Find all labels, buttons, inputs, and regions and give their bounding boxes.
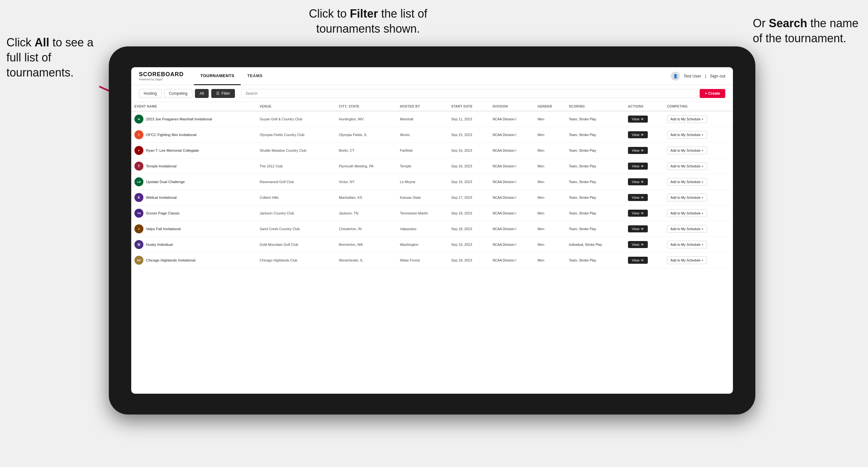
cell-hosted-by: Illinois (397, 127, 448, 143)
table-row: F Ryan T. Lee Memorial Collegiate Shuttl… (131, 143, 733, 158)
tab-all[interactable]: All (195, 89, 209, 98)
view-button[interactable]: View 👁 (628, 257, 648, 264)
cell-start-date: Sep 11, 2023 (448, 111, 489, 127)
team-logo: I (134, 130, 144, 139)
eye-icon: 👁 (641, 227, 644, 231)
col-venue: VENUE (256, 102, 336, 111)
cell-venue: Ravenwood Golf Club (256, 174, 336, 190)
eye-icon: 👁 (641, 196, 644, 199)
cell-actions: View 👁 (625, 221, 664, 237)
cell-scoring: Team, Stroke Play (565, 221, 625, 237)
cell-city-state: Chesterton, IN (336, 221, 397, 237)
annotation-left: Click All to see a full list of tourname… (6, 35, 96, 80)
cell-start-date: Sep 18, 2023 (448, 221, 489, 237)
add-to-schedule-button[interactable]: Add to My Schedule + (667, 162, 707, 170)
nav-tab-tournaments[interactable]: TOURNAMENTS (194, 67, 241, 85)
eye-icon: 👁 (641, 180, 644, 184)
cell-venue: Gold Mountain Golf Club (256, 237, 336, 253)
cell-event-name: WF Chicago Highlands Invitational (131, 253, 256, 268)
add-to-schedule-button[interactable]: Add to My Schedule + (667, 225, 707, 233)
event-name-text: Ryan T. Lee Memorial Collegiate (146, 149, 199, 152)
view-button[interactable]: View 👁 (628, 147, 648, 154)
view-button[interactable]: View 👁 (628, 163, 648, 169)
add-to-schedule-button[interactable]: Add to My Schedule + (667, 131, 707, 138)
cell-venue: Guyan Golf & Country Club (256, 111, 336, 127)
cell-event-name: W Husky Individual (131, 237, 256, 253)
filter-button[interactable]: ☰ Filter (211, 89, 235, 98)
view-button[interactable]: View 👁 (628, 241, 648, 248)
cell-start-date: Sep 17, 2023 (448, 190, 489, 206)
add-to-schedule-button[interactable]: Add to My Schedule + (667, 256, 707, 264)
event-name-text: 2023 Joe Feaganes Marshall Invitational (146, 117, 212, 121)
cell-competing: Add to My Schedule + (664, 158, 733, 174)
col-division: DIVISION (489, 102, 534, 111)
cell-division: NCAA Division I (489, 237, 534, 253)
cell-actions: View 👁 (625, 206, 664, 221)
cell-gender: Men (534, 143, 565, 158)
table-row: M 2023 Joe Feaganes Marshall Invitationa… (131, 111, 733, 127)
cell-scoring: Team, Stroke Play (565, 143, 625, 158)
app-header: SCOREBOARD Powered by clippd TOURNAMENTS… (131, 67, 733, 85)
view-button[interactable]: View 👁 (628, 116, 648, 123)
cell-start-date: Sep 18, 2023 (448, 237, 489, 253)
view-button[interactable]: View 👁 (628, 225, 648, 232)
tab-hosting[interactable]: Hosting (139, 89, 162, 98)
eye-icon: 👁 (641, 149, 644, 152)
team-logo: WF (134, 256, 144, 265)
add-to-schedule-button[interactable]: Add to My Schedule + (667, 147, 707, 154)
tournaments-table: EVENT NAME VENUE CITY, STATE HOSTED BY S… (131, 102, 733, 268)
add-to-schedule-button[interactable]: Add to My Schedule + (667, 178, 707, 186)
cell-event-name: F Ryan T. Lee Memorial Collegiate (131, 143, 256, 158)
cell-gender: Men (534, 253, 565, 268)
cell-division: NCAA Division I (489, 143, 534, 158)
eye-icon: 👁 (641, 164, 644, 168)
toolbar: Hosting Competing All ☰ Filter + Create (131, 85, 733, 102)
col-city-state: CITY, STATE (336, 102, 397, 111)
view-button[interactable]: View 👁 (628, 178, 648, 185)
eye-icon: 👁 (641, 243, 644, 246)
event-name-text: Chicago Highlands Invitational (146, 258, 195, 262)
add-to-schedule-button[interactable]: Add to My Schedule + (667, 194, 707, 201)
cell-actions: View 👁 (625, 127, 664, 143)
cell-actions: View 👁 (625, 237, 664, 253)
cell-competing: Add to My Schedule + (664, 190, 733, 206)
view-button[interactable]: View 👁 (628, 210, 648, 217)
cell-hosted-by: Kansas State (397, 190, 448, 206)
cell-division: NCAA Division I (489, 190, 534, 206)
cell-city-state: Victor, NY (336, 174, 397, 190)
cell-scoring: Team, Stroke Play (565, 206, 625, 221)
table-row: TM Grover Page Classic Jackson Country C… (131, 206, 733, 221)
cell-start-date: Sep 16, 2023 (448, 143, 489, 158)
add-to-schedule-button[interactable]: Add to My Schedule + (667, 241, 707, 248)
cell-start-date: Sep 16, 2023 (448, 158, 489, 174)
col-event-name: EVENT NAME (131, 102, 256, 111)
add-to-schedule-button[interactable]: Add to My Schedule + (667, 115, 707, 123)
cell-actions: View 👁 (625, 111, 664, 127)
cell-gender: Men (534, 206, 565, 221)
team-logo: V (134, 224, 144, 234)
nav-tab-teams[interactable]: TEAMS (241, 67, 269, 85)
col-gender: GENDER (534, 102, 565, 111)
cell-gender: Men (534, 237, 565, 253)
view-button[interactable]: View 👁 (628, 131, 648, 138)
main-nav: TOURNAMENTS TEAMS (194, 67, 671, 85)
cell-hosted-by: Wake Forest (397, 253, 448, 268)
logo-area: SCOREBOARD Powered by clippd (139, 71, 184, 81)
add-to-schedule-button[interactable]: Add to My Schedule + (667, 209, 707, 217)
eye-icon: 👁 (641, 118, 644, 121)
signout-link[interactable]: Sign out (710, 73, 725, 79)
create-button[interactable]: + Create (700, 89, 725, 98)
cell-gender: Men (534, 127, 565, 143)
cell-competing: Add to My Schedule + (664, 206, 733, 221)
search-input[interactable] (241, 89, 698, 98)
cell-gender: Men (534, 158, 565, 174)
view-button[interactable]: View 👁 (628, 194, 648, 201)
cell-city-state: Berlin, CT (336, 143, 397, 158)
cell-start-date: Sep 18, 2023 (448, 253, 489, 268)
cell-division: NCAA Division I (489, 174, 534, 190)
cell-hosted-by: Le Moyne (397, 174, 448, 190)
cell-actions: View 👁 (625, 158, 664, 174)
cell-division: NCAA Division I (489, 253, 534, 268)
tab-competing[interactable]: Competing (164, 89, 192, 98)
cell-actions: View 👁 (625, 190, 664, 206)
